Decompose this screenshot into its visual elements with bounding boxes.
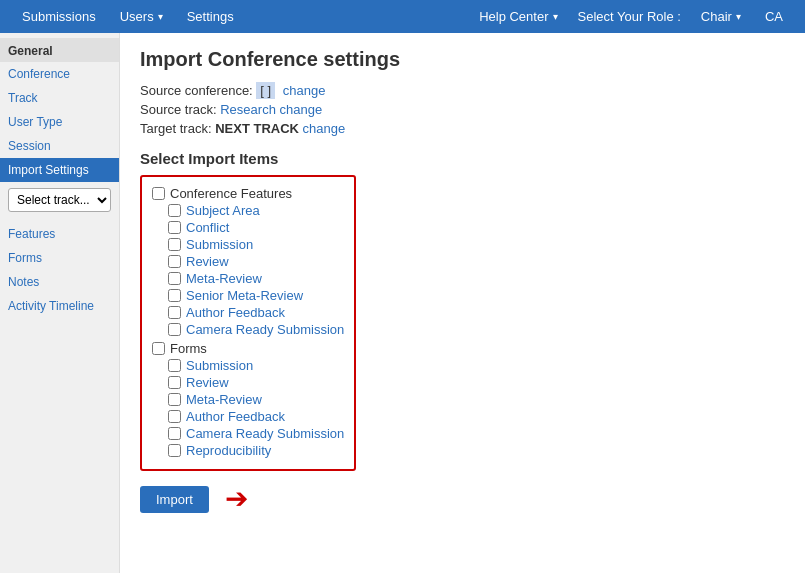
nav-submissions[interactable]: Submissions (10, 0, 108, 33)
meta-review-cf-checkbox[interactable] (168, 272, 181, 285)
senior-meta-review-cf-checkbox[interactable] (168, 289, 181, 302)
target-track-row: Target track: NEXT TRACK change (140, 121, 785, 136)
sidebar-general-label: General (0, 38, 119, 62)
conference-features-label: Conference Features (170, 186, 292, 201)
reproducibility-f-checkbox[interactable] (168, 444, 181, 457)
sidebar-features-section: Features Forms Notes Activity Timeline (0, 222, 119, 318)
nav-left: Submissions Users ▾ Settings (10, 0, 246, 33)
reproducibility-f-item: Reproducibility (168, 442, 344, 459)
submission-cf-item: Submission (168, 236, 344, 253)
select-import-items-title: Select Import Items (140, 150, 785, 167)
select-track-dropdown[interactable]: Select track... (8, 188, 111, 212)
source-track-change-link[interactable]: change (279, 102, 322, 117)
top-navigation: Submissions Users ▾ Settings Help Center… (0, 0, 805, 33)
arrow-indicator-icon: ➔ (225, 485, 248, 513)
source-track-label: Source track: (140, 102, 217, 117)
subject-area-item: Subject Area (168, 202, 344, 219)
source-track-value[interactable]: Research (220, 102, 276, 117)
conflict-item: Conflict (168, 219, 344, 236)
forms-group: Forms Submission Review Meta-Review Auth… (152, 340, 344, 459)
forms-item: Forms (152, 340, 344, 357)
nav-ca[interactable]: CA (753, 0, 795, 33)
review-cf-item: Review (168, 253, 344, 270)
camera-ready-cf-label: Camera Ready Submission (186, 322, 344, 337)
author-feedback-cf-checkbox[interactable] (168, 306, 181, 319)
select-role-label: Select Your Role : (570, 9, 689, 24)
conflict-checkbox[interactable] (168, 221, 181, 234)
sidebar-item-conference[interactable]: Conference (0, 62, 119, 86)
source-track-row: Source track: Research change (140, 102, 785, 117)
source-conference-label: Source conference: (140, 83, 253, 98)
meta-review-cf-item: Meta-Review (168, 270, 344, 287)
review-f-label: Review (186, 375, 229, 390)
forms-label: Forms (170, 341, 207, 356)
users-caret-icon: ▾ (158, 11, 163, 22)
sidebar-item-import-settings[interactable]: Import Settings (0, 158, 119, 182)
page-title: Import Conference settings (140, 48, 785, 71)
sidebar-item-session[interactable]: Session (0, 134, 119, 158)
review-f-item: Review (168, 374, 344, 391)
camera-ready-cf-checkbox[interactable] (168, 323, 181, 336)
sidebar-item-features[interactable]: Features (0, 222, 119, 246)
sidebar-item-user-type[interactable]: User Type (0, 110, 119, 134)
meta-review-f-label: Meta-Review (186, 392, 262, 407)
nav-chair[interactable]: Chair ▾ (689, 0, 753, 33)
submission-f-item: Submission (168, 357, 344, 374)
meta-review-cf-label: Meta-Review (186, 271, 262, 286)
senior-meta-review-cf-label: Senior Meta-Review (186, 288, 303, 303)
help-caret-icon: ▾ (553, 11, 558, 22)
submission-f-checkbox[interactable] (168, 359, 181, 372)
meta-review-f-checkbox[interactable] (168, 393, 181, 406)
nav-users[interactable]: Users ▾ (108, 0, 175, 33)
chair-caret-icon: ▾ (736, 11, 741, 22)
review-cf-label: Review (186, 254, 229, 269)
conference-features-group: Conference Features Subject Area Conflic… (152, 185, 344, 338)
nav-help-center[interactable]: Help Center ▾ (467, 0, 569, 33)
sidebar-item-forms[interactable]: Forms (0, 246, 119, 270)
author-feedback-f-label: Author Feedback (186, 409, 285, 424)
source-conference-value: [ ] (256, 82, 275, 99)
main-content: Import Conference settings Source confer… (120, 33, 805, 573)
camera-ready-f-label: Camera Ready Submission (186, 426, 344, 441)
senior-meta-review-cf-item: Senior Meta-Review (168, 287, 344, 304)
target-track-label: Target track: (140, 121, 212, 136)
subject-area-checkbox[interactable] (168, 204, 181, 217)
source-conference-row: Source conference: [ ] change (140, 83, 785, 98)
submission-cf-checkbox[interactable] (168, 238, 181, 251)
target-track-value: NEXT TRACK (215, 121, 299, 136)
author-feedback-f-item: Author Feedback (168, 408, 344, 425)
sidebar: General Conference Track User Type Sessi… (0, 33, 120, 573)
author-feedback-cf-label: Author Feedback (186, 305, 285, 320)
nav-right: Help Center ▾ Select Your Role : Chair ▾… (467, 0, 795, 33)
conference-features-checkbox[interactable] (152, 187, 165, 200)
camera-ready-f-checkbox[interactable] (168, 427, 181, 440)
import-button[interactable]: Import (140, 486, 209, 513)
submission-cf-label: Submission (186, 237, 253, 252)
meta-review-f-item: Meta-Review (168, 391, 344, 408)
main-layout: General Conference Track User Type Sessi… (0, 33, 805, 573)
import-button-row: Import ➔ (140, 485, 785, 513)
forms-checkbox[interactable] (152, 342, 165, 355)
sidebar-item-notes[interactable]: Notes (0, 270, 119, 294)
reproducibility-f-label: Reproducibility (186, 443, 271, 458)
conference-features-item: Conference Features (152, 185, 344, 202)
submission-f-label: Submission (186, 358, 253, 373)
sidebar-item-activity-timeline[interactable]: Activity Timeline (0, 294, 119, 318)
review-f-checkbox[interactable] (168, 376, 181, 389)
source-conference-change-link[interactable]: change (283, 83, 326, 98)
review-cf-checkbox[interactable] (168, 255, 181, 268)
sidebar-item-track[interactable]: Track (0, 86, 119, 110)
subject-area-label: Subject Area (186, 203, 260, 218)
nav-settings[interactable]: Settings (175, 0, 246, 33)
author-feedback-f-checkbox[interactable] (168, 410, 181, 423)
camera-ready-f-item: Camera Ready Submission (168, 425, 344, 442)
import-items-box: Conference Features Subject Area Conflic… (140, 175, 356, 471)
target-track-change-link[interactable]: change (303, 121, 346, 136)
author-feedback-cf-item: Author Feedback (168, 304, 344, 321)
conflict-label: Conflict (186, 220, 229, 235)
camera-ready-cf-item: Camera Ready Submission (168, 321, 344, 338)
